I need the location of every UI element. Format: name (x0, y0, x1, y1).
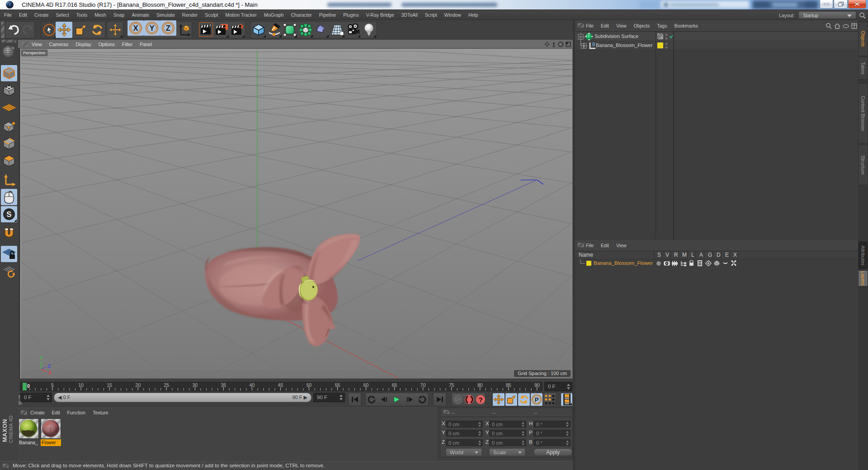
svg-text:55: 55 (335, 382, 340, 388)
svg-text:50: 50 (307, 382, 312, 388)
svg-text:5: 5 (51, 382, 54, 388)
svg-text:15: 15 (107, 382, 112, 388)
svg-text:20: 20 (135, 382, 141, 388)
svg-text:Y: Y (40, 356, 43, 361)
svg-text:0: 0 (27, 383, 30, 389)
svg-text:30: 30 (192, 382, 198, 388)
svg-text:60: 60 (363, 382, 369, 388)
svg-text:70: 70 (420, 382, 426, 388)
svg-text:10: 10 (78, 382, 84, 388)
svg-text:40: 40 (250, 382, 255, 388)
svg-text:S: S (6, 210, 11, 219)
svg-text:35: 35 (221, 382, 226, 388)
svg-text:X: X (48, 371, 52, 375)
svg-text:65: 65 (392, 382, 397, 388)
svg-text:85: 85 (506, 382, 511, 388)
svg-text:?: ? (478, 396, 482, 404)
svg-text:0: 0 (592, 42, 595, 47)
svg-text:Z: Z (48, 364, 51, 369)
svg-text:Z: Z (166, 24, 170, 32)
svg-text:P: P (535, 396, 539, 403)
svg-text:Y: Y (150, 24, 155, 32)
svg-text:X: X (133, 24, 138, 32)
svg-text:45: 45 (278, 382, 283, 388)
svg-text:75: 75 (449, 382, 454, 388)
svg-text:90: 90 (534, 382, 540, 388)
svg-text:25: 25 (164, 382, 169, 388)
svg-text:80: 80 (477, 382, 483, 388)
